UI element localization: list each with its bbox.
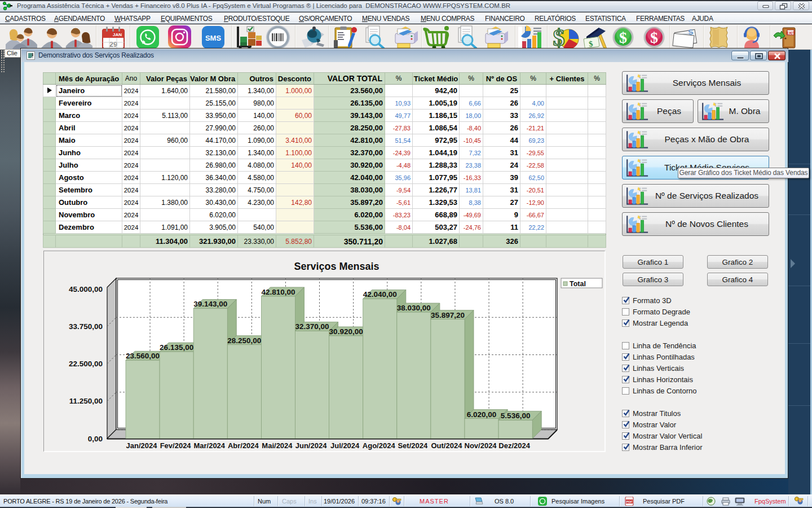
svg-text:30.920,00: 30.920,00 [329, 327, 363, 336]
svg-text:11.250,00: 11.250,00 [69, 397, 103, 405]
svg-text:Fev/2024: Fev/2024 [160, 441, 192, 450]
svg-text:32.370,00: 32.370,00 [295, 322, 329, 331]
svg-text:EXIT: EXIT [786, 31, 795, 35]
svg-text:42.810,00: 42.810,00 [261, 288, 295, 296]
svg-text:Dez/2024: Dez/2024 [498, 441, 530, 450]
svg-text:Nov/2024: Nov/2024 [465, 441, 497, 450]
svg-text:Serviços Mensais: Serviços Mensais [294, 261, 379, 272]
svg-text:Jul/2024: Jul/2024 [330, 441, 360, 450]
svg-text:Jun/2024: Jun/2024 [295, 441, 327, 450]
svg-text:SMS: SMS [205, 34, 222, 42]
svg-text:Out/2024: Out/2024 [431, 441, 462, 450]
svg-text:PDF: PDF [626, 500, 633, 503]
svg-text:0,00: 0,00 [88, 435, 103, 443]
svg-text:$: $ [619, 29, 627, 46]
svg-text:Mar/2024: Mar/2024 [193, 441, 225, 450]
svg-text:Mai/2024: Mai/2024 [262, 441, 293, 450]
svg-text:5.536,00: 5.536,00 [501, 411, 531, 420]
svg-text:Jan/2024: Jan/2024 [126, 441, 158, 450]
svg-text:33.750,00: 33.750,00 [69, 322, 103, 331]
svg-text:39.143,00: 39.143,00 [193, 300, 227, 308]
svg-text:$: $ [650, 29, 658, 46]
svg-text:45.000,00: 45.000,00 [69, 285, 103, 294]
svg-text:Set/2024: Set/2024 [398, 441, 428, 450]
svg-text:JAN: JAN [113, 32, 122, 37]
svg-text:Total: Total [570, 280, 586, 288]
svg-text:23.560,00: 23.560,00 [126, 352, 160, 360]
svg-text:29: 29 [109, 40, 117, 49]
svg-text:28.250,00: 28.250,00 [227, 336, 261, 345]
svg-text:6.020,00: 6.020,00 [467, 410, 497, 419]
svg-text:35.897,20: 35.897,20 [431, 311, 465, 319]
svg-text:Abr/2024: Abr/2024 [228, 441, 259, 450]
svg-text:Ago/2024: Ago/2024 [363, 441, 396, 450]
svg-text:$: $ [553, 25, 565, 49]
svg-text:38.030,00: 38.030,00 [397, 304, 431, 312]
svg-text:42.040,00: 42.040,00 [363, 290, 397, 299]
svg-text:26.135,00: 26.135,00 [160, 343, 193, 352]
svg-text:22.500,00: 22.500,00 [69, 360, 103, 368]
